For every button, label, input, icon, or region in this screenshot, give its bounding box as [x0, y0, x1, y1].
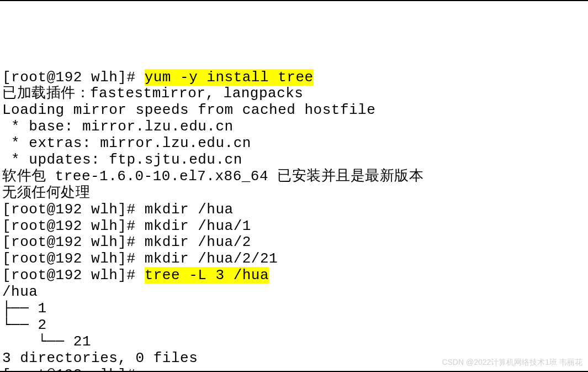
terminal-line: [root@192 wlh]# yum -y install tree [2, 70, 586, 86]
shell-prompt: [root@192 wlh]# [2, 267, 145, 284]
terminal-line: Loading mirror speeds from cached hostfi… [2, 102, 586, 119]
shell-prompt: [root@192 wlh]# [2, 250, 145, 267]
terminal-line: * extras: mirror.lzu.edu.cn [2, 135, 586, 152]
terminal-line: [root@192 wlh]# mkdir /hua/1 [2, 218, 586, 235]
terminal-line: 无须任何处理 [2, 185, 586, 202]
terminal-line: * base: mirror.lzu.edu.cn [2, 119, 586, 135]
tree-branch-line: └── 21 [2, 334, 586, 350]
shell-prompt: [root@192 wlh]# [2, 201, 145, 218]
terminal-line: /hua [2, 284, 586, 301]
shell-prompt: [root@192 wlh]# [2, 366, 145, 372]
tree-branch-line: └── 2 [2, 317, 586, 334]
command: mkdir /hua/1 [145, 218, 251, 234]
terminal-line: 软件包 tree-1.6.0-10.el7.x86_64 已安装并且是最新版本 [2, 169, 586, 185]
shell-prompt: [root@192 wlh]# [2, 69, 145, 86]
terminal-output: [root@192 wlh]# yum -y install tree已加载插件… [2, 70, 586, 372]
command: mkdir /hua/2 [145, 234, 251, 250]
terminal-line: 已加载插件：fastestmirror, langpacks [2, 86, 586, 102]
shell-prompt: [root@192 wlh]# [2, 218, 145, 234]
command-highlighted: tree -L 3 /hua [145, 267, 269, 284]
command-highlighted: yum -y install tree [145, 69, 314, 86]
command: mkdir /hua [145, 201, 234, 218]
terminal-line: [root@192 wlh]# mkdir /hua/2 [2, 234, 586, 251]
terminal-line: [root@192 wlh]# mkdir /hua/2/21 [2, 251, 586, 268]
terminal-line: [root@192 wlh]# [2, 367, 586, 372]
shell-prompt: [root@192 wlh]# [2, 234, 145, 250]
tree-branch-line: ├── 1 [2, 301, 586, 317]
terminal-line: [root@192 wlh]# tree -L 3 /hua [2, 268, 586, 284]
watermark-text: CSDN @2022计算机网络技术1班 韦丽花 [442, 358, 582, 366]
terminal-line: [root@192 wlh]# mkdir /hua [2, 202, 586, 218]
command: mkdir /hua/2/21 [145, 250, 278, 267]
terminal-line: * updates: ftp.sjtu.edu.cn [2, 152, 586, 169]
